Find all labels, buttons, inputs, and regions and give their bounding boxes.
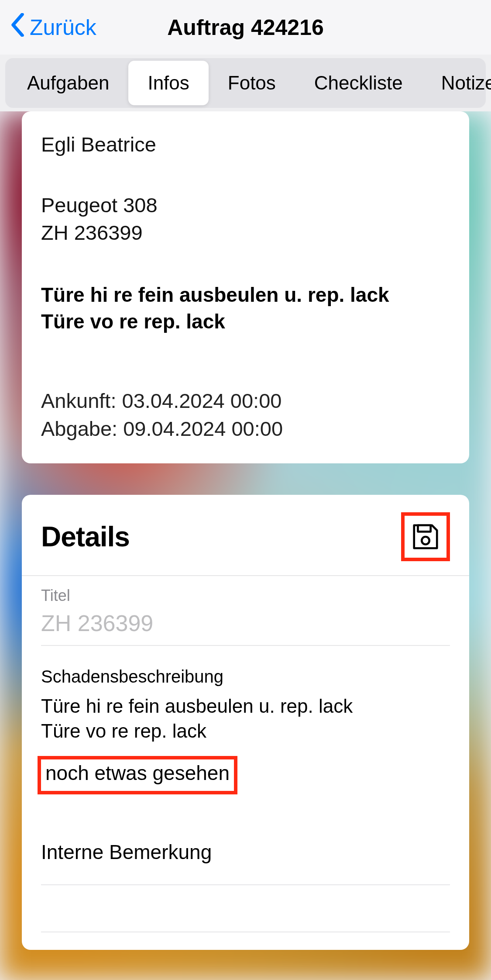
back-button[interactable]: Zurück [10,13,96,42]
title-input[interactable] [41,610,450,646]
details-heading: Details [41,521,130,553]
highlight-box-note: noch etwas gesehen [38,756,237,794]
delivery-label: Abgabe: [41,417,117,440]
details-card: Details Titel Schadensbeschreibung [22,495,469,949]
delivery-value: 09.04.2024 00:00 [123,417,283,440]
delivery-row: Abgabe: 09.04.2024 00:00 [41,415,450,442]
vehicle-info: Peugeot 308 ZH 236399 [41,191,450,247]
vehicle-plate: ZH 236399 [41,219,450,246]
save-button[interactable] [407,518,444,555]
internal-remark-block [22,808,469,896]
tab-aufgaben[interactable]: Aufgaben [8,61,128,105]
svg-rect-0 [418,525,431,532]
arrival-value: 03.04.2024 00:00 [122,389,282,412]
date-block: Ankunft: 03.04.2024 00:00 Abgabe: 09.04.… [41,387,450,442]
page-title: Auftrag 424216 [167,15,324,40]
tab-checkliste[interactable]: Checkliste [295,61,422,105]
tab-infos[interactable]: Infos [128,61,208,105]
arrival-label: Ankunft: [41,389,116,412]
svg-point-1 [422,537,429,545]
damage-field-block: Schadensbeschreibung Türe hi re fein aus… [22,656,469,808]
title-label: Titel [41,587,450,605]
vehicle-model: Peugeot 308 [41,191,450,219]
details-header: Details [22,512,469,576]
tab-notizen[interactable]: Notize [422,61,491,105]
title-field-block: Titel [22,576,469,656]
navigation-bar: Zurück Auftrag 424216 [0,0,491,55]
content-scroll[interactable]: Egli Beatrice Peugeot 308 ZH 236399 Türe… [0,111,491,980]
spacer-block [22,896,469,932]
work-line-1: Türe hi re fein ausbeulen u. rep. lack [41,282,450,308]
chevron-left-icon [10,13,26,42]
tab-fotos[interactable]: Fotos [209,61,295,105]
segmented-control: Aufgaben Infos Fotos Checkliste Notize [5,58,486,108]
summary-card: Egli Beatrice Peugeot 308 ZH 236399 Türe… [22,111,469,463]
internal-remark-input[interactable] [41,833,450,885]
damage-text[interactable]: Türe hi re fein ausbeulen u. rep. lack T… [41,694,450,743]
back-label: Zurück [30,15,96,40]
work-description: Türe hi re fein ausbeulen u. rep. lack T… [41,282,450,335]
field-divider [41,906,450,932]
segmented-bar: Aufgaben Infos Fotos Checkliste Notize [0,55,491,111]
damage-label: Schadensbeschreibung [41,667,450,687]
work-line-2: Türe vo re rep. lack [41,308,450,335]
arrival-row: Ankunft: 03.04.2024 00:00 [41,387,450,414]
damage-added-note[interactable]: noch etwas gesehen [45,762,230,784]
customer-name: Egli Beatrice [41,132,450,156]
highlight-box-save [401,512,450,561]
save-icon [410,521,441,552]
